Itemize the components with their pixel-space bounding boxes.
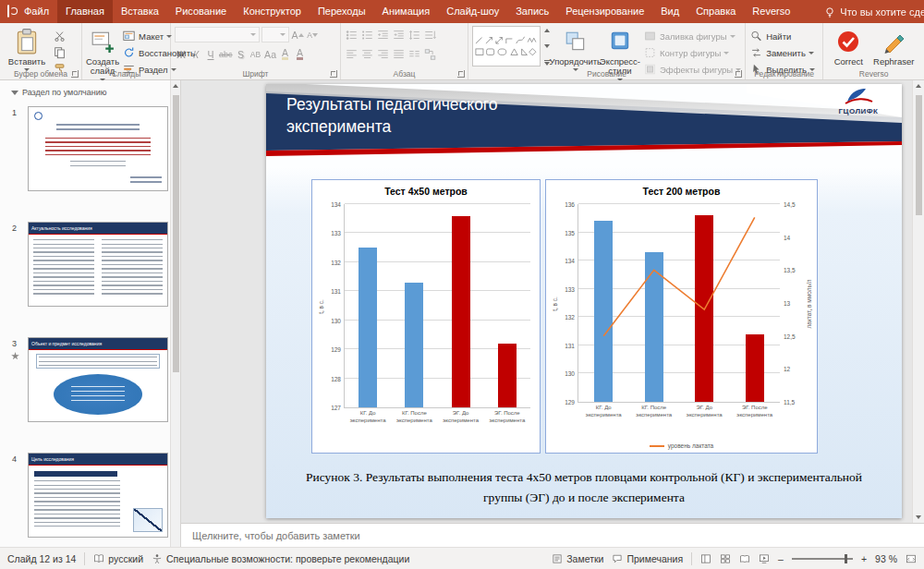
zoom-in-button[interactable]: + [861, 553, 867, 564]
shapes-scroll-up-icon[interactable] [544, 29, 550, 32]
section-header[interactable]: Раздел по умолчанию [11, 88, 107, 97]
change-case-button[interactable]: Аа [264, 47, 277, 62]
slideshow-button[interactable] [759, 553, 770, 564]
shape-fill-button[interactable]: Заливка фигуры [643, 30, 741, 42]
fit-slide-to-window-icon[interactable] [906, 553, 917, 564]
reverso-rephraser-button[interactable]: Rephraser [872, 26, 915, 67]
zoom-slider-thumb[interactable] [845, 554, 847, 563]
tab-home[interactable]: Главная [57, 0, 113, 23]
font-name-select[interactable] [175, 27, 260, 42]
scrollbar-thumb[interactable] [173, 95, 179, 372]
ribbon-group-slides: Создать слайд Макет Восстановить Раздел … [82, 23, 171, 79]
tab-insert[interactable]: Вставка [113, 0, 167, 23]
mini-slide-title: Актуальность исследования [29, 223, 167, 235]
figure-caption[interactable]: Рисунок 3. Результаты выполнения теста 4… [292, 467, 876, 507]
align-center-button[interactable] [360, 48, 374, 61]
character-spacing-button[interactable]: АВ [249, 47, 262, 62]
paste-button[interactable]: Вставить [4, 26, 50, 71]
find-button[interactable]: Найти [749, 30, 815, 42]
notes-placeholder: Щелкните, чтобы добавить заметки [192, 530, 360, 541]
slide-number: 3 [12, 339, 17, 348]
chart-test-4x50[interactable]: Тест 4х50 метров127128129130131132133134… [311, 179, 541, 454]
tab-review[interactable]: Рецензирование [557, 0, 652, 23]
tell-me-search[interactable]: Что вы хотите сделать? [824, 0, 924, 23]
chart-test-200m[interactable]: Тест 200 метров1291301311321331341351361… [545, 179, 818, 454]
workspace-scrollbar[interactable] [912, 80, 924, 523]
reverso-correct-button[interactable]: Correct [827, 26, 869, 67]
notes-toggle[interactable]: Заметки [552, 553, 603, 564]
editing-buttons: Найти Заменить Выделить [749, 26, 815, 76]
tab-slideshow[interactable]: Слайд-шоу [438, 0, 507, 23]
statusbar-left: Слайд 12 из 14 русский Специальные возмо… [7, 552, 409, 565]
slide-thumbnail-2[interactable]: 2 Актуальность исследования [28, 222, 168, 307]
slide-canvas[interactable]: Результаты педагогического эксперимента … [266, 84, 902, 518]
language-indicator[interactable]: русский [93, 553, 143, 564]
convert-smartart-button[interactable] [423, 48, 437, 61]
font-color-button[interactable]: А [294, 47, 307, 62]
scroll-down-icon[interactable] [916, 515, 921, 519]
slide-sorter-view-button[interactable] [720, 553, 731, 564]
arrange-icon [564, 28, 588, 55]
grow-font-arrow-icon [298, 33, 304, 37]
line-spacing-button[interactable] [407, 29, 421, 42]
copy-icon[interactable] [53, 46, 67, 59]
strikethrough-button[interactable]: abc [219, 47, 233, 62]
tab-transitions[interactable]: Переходы [310, 0, 374, 23]
decrease-indent-button[interactable] [376, 29, 390, 42]
slide-thumbnail-3[interactable]: 3 Объект и предмет исследования [28, 337, 168, 422]
zoom-out-button[interactable]: – [778, 553, 784, 564]
shapes-gallery[interactable] [472, 26, 541, 67]
tab-reverso[interactable]: Reverso [744, 0, 798, 23]
replace-button[interactable]: Заменить [749, 46, 815, 59]
slide-counter[interactable]: Слайд 12 из 14 [7, 553, 76, 564]
reading-view-button[interactable] [739, 553, 750, 564]
normal-view-button[interactable] [700, 553, 711, 564]
shape-fill-dropdown-icon [730, 35, 736, 38]
align-left-button[interactable] [345, 48, 359, 61]
scroll-up-icon[interactable] [916, 84, 921, 88]
underline-button[interactable]: Ч [204, 47, 217, 62]
accessibility-checker[interactable]: Специальные возможности: проверьте реком… [152, 553, 409, 564]
highlight-color-button[interactable]: А [279, 47, 292, 62]
arrange-button[interactable]: Упорядочить [554, 26, 597, 71]
slide-thumbnail-1[interactable]: 1 [28, 106, 168, 191]
zoom-level[interactable]: 93 % [875, 553, 897, 564]
shapes-scroll-down-icon[interactable] [544, 44, 550, 48]
bullets-button[interactable] [345, 29, 359, 42]
slide-title[interactable]: Результаты педагогического эксперимента [286, 94, 545, 138]
text-shadow-button[interactable]: S [235, 47, 248, 62]
mini-footer-lines [130, 176, 162, 185]
y-axis-title: t, в с. [318, 299, 324, 314]
columns-button[interactable] [407, 48, 421, 61]
bold-button[interactable]: Ж [175, 47, 188, 62]
shapes-more-icon[interactable] [544, 60, 551, 64]
zoom-slider[interactable] [792, 558, 853, 560]
tab-file[interactable]: Файл [16, 0, 57, 23]
italic-button[interactable]: К [189, 47, 202, 62]
text-direction-button[interactable] [423, 29, 437, 42]
shrink-font-button[interactable]: А [306, 28, 319, 42]
shape-outline-button[interactable]: Контур фигуры [643, 46, 741, 59]
increase-indent-button[interactable] [392, 29, 406, 42]
scroll-up-icon[interactable] [173, 84, 178, 88]
grow-font-button[interactable]: А [291, 28, 304, 42]
notes-area[interactable]: Щелкните, чтобы добавить заметки [181, 523, 924, 547]
numbering-button[interactable] [360, 29, 374, 42]
thumbnails-scrollbar[interactable] [170, 80, 180, 547]
slide-thumbnail-4[interactable]: 4 Цель исследования [28, 453, 168, 538]
align-right-button[interactable] [376, 48, 390, 61]
powerpoint-logo-icon[interactable] [7, 5, 9, 18]
tab-view[interactable]: Вид [652, 0, 687, 23]
tab-record[interactable]: Запись [507, 0, 557, 23]
font-name-dropdown-icon [250, 33, 256, 36]
justify-button[interactable] [392, 48, 406, 61]
cut-icon[interactable] [53, 30, 67, 42]
mini-ellipse [54, 374, 142, 415]
tab-draw[interactable]: Рисование [167, 0, 235, 23]
comments-toggle[interactable]: Примечания [612, 553, 683, 564]
font-size-select[interactable] [261, 27, 289, 42]
tab-design[interactable]: Конструктор [235, 0, 310, 23]
tab-help[interactable]: Справка [687, 0, 744, 23]
tab-animations[interactable]: Анимация [374, 0, 439, 23]
scrollbar-thumb[interactable] [916, 95, 922, 215]
